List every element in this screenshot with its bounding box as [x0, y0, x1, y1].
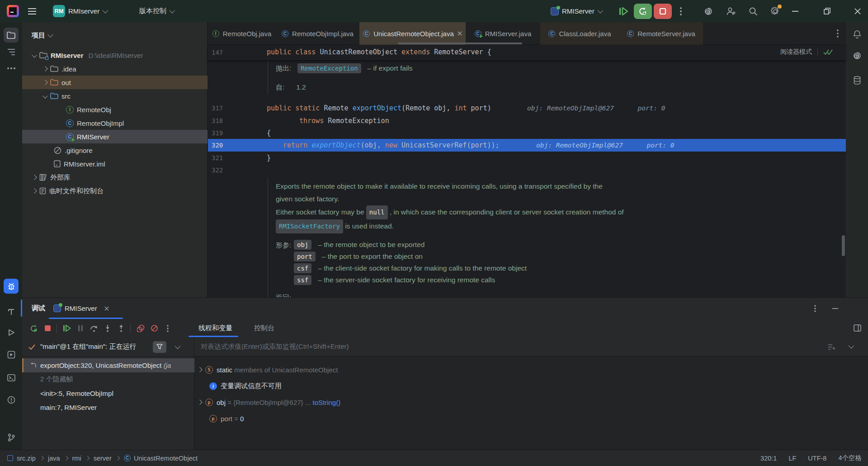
code-line-318[interactable]: 318 throws RemoteException	[208, 114, 846, 127]
hide-panel-button[interactable]	[832, 298, 838, 319]
todo-tool-button[interactable]	[4, 304, 19, 319]
step-over-button[interactable]	[88, 322, 100, 335]
tree-item-gitignore[interactable]: .gitignore	[22, 143, 208, 157]
database-tool-button[interactable]	[849, 73, 864, 88]
debug-session-tab[interactable]: RMIServer	[53, 298, 109, 319]
line-number[interactable]: 318	[212, 117, 239, 124]
caret-position-widget[interactable]: 320:1	[760, 455, 777, 462]
line-number[interactable]: 321	[212, 154, 239, 162]
code-line-321[interactable]: 321 }	[208, 152, 846, 164]
code-line-320-execution-point[interactable]: 320 return exportObject(obj, new Unicast…	[208, 139, 846, 152]
search-everywhere-button[interactable]	[749, 0, 758, 22]
resume-program-button[interactable]	[618, 0, 628, 22]
ai-assistant-tool-button[interactable]	[849, 48, 864, 63]
debug-panel-options-button[interactable]	[814, 298, 816, 319]
structure-tool-button[interactable]	[4, 44, 19, 59]
frame-row-init[interactable]: <init>:5, RemoteObjImpl	[22, 386, 194, 400]
variable-row-port[interactable]: p port = 0	[194, 411, 244, 426]
project-widget[interactable]: RM RMIserver	[53, 0, 107, 22]
tree-item-out[interactable]: out	[22, 76, 208, 89]
code-line-317[interactable]: 317 public static Remote exportObject(Re…	[208, 102, 846, 114]
view-breakpoints-button[interactable]	[134, 322, 147, 335]
tab-remoteobjimpl[interactable]: C RemoteObjImpl.java	[276, 22, 359, 45]
inspections-ok-icon[interactable]	[823, 49, 833, 55]
terminal-tool-button[interactable]	[4, 370, 19, 385]
line-number[interactable]: 317	[212, 105, 239, 112]
code-line-322[interactable]: 322	[208, 164, 846, 176]
tab-console[interactable]: 控制台	[254, 324, 274, 333]
line-separator-widget[interactable]: LF	[788, 455, 796, 462]
mute-breakpoints-button[interactable]	[148, 322, 160, 335]
indent-widget[interactable]: 4个空格	[838, 454, 862, 462]
frame-row-current[interactable]: exportObject:320, UnicastRemoteObject (j…	[22, 358, 194, 372]
line-number[interactable]: 320	[212, 142, 239, 149]
stop-debug-button[interactable]	[41, 322, 54, 335]
tab-remoteobj[interactable]: I RemoteObj.java	[208, 22, 276, 45]
project-tool-button[interactable]	[4, 28, 19, 43]
git-tool-button[interactable]	[4, 430, 19, 445]
rerun-button[interactable]	[28, 322, 40, 335]
services-tool-button[interactable]	[4, 347, 19, 362]
layout-settings-button[interactable]	[854, 324, 861, 332]
ai-assistant-button[interactable]	[703, 0, 713, 22]
tab-rmiserver[interactable]: C RMIServer.java	[466, 22, 540, 45]
variable-row-info[interactable]: i 变量调试信息不可用	[194, 379, 282, 393]
problems-tool-button[interactable]	[4, 392, 19, 407]
main-menu-button[interactable]	[28, 0, 37, 22]
editor-options-button[interactable]	[837, 29, 839, 38]
resume-program-button[interactable]	[61, 322, 73, 335]
more-tool-windows-button[interactable]	[4, 61, 19, 76]
more-run-actions-button[interactable]	[680, 0, 682, 22]
frame-row-hidden[interactable]: 2 个隐藏帧	[22, 372, 194, 386]
line-number[interactable]: 322	[212, 166, 239, 174]
tab-threads-variables[interactable]: 线程和变量	[198, 324, 232, 333]
stop-button[interactable]	[654, 0, 672, 22]
tab-classloader[interactable]: C ClassLoader.java	[540, 22, 619, 45]
rerun-debug-button[interactable]	[634, 0, 652, 22]
reader-mode-widget[interactable]: 阅读器模式	[780, 48, 833, 56]
code-with-me-button[interactable]	[726, 0, 736, 22]
more-debug-actions-button[interactable]	[161, 322, 174, 335]
tab-scrollbar[interactable]	[398, 43, 522, 44]
filter-frames-button[interactable]	[153, 341, 166, 353]
close-session-icon[interactable]	[104, 306, 109, 311]
breadcrumb-java[interactable]: java	[48, 455, 60, 462]
doc-type-chip[interactable]: RemoteException	[297, 63, 361, 73]
close-window-button[interactable]	[847, 0, 868, 22]
breadcrumb-src-zip[interactable]: src.zip	[17, 455, 36, 462]
variable-row-obj[interactable]: p obj = {RemoteObjImpl@627} ... toString…	[194, 395, 340, 409]
run-tool-button[interactable]	[4, 325, 19, 340]
debug-panel-title[interactable]: 调试	[32, 298, 45, 319]
code-line-319[interactable]: 319 {	[208, 127, 846, 139]
evaluate-expression-field[interactable]: 对表达式求值(Enter)或添加监视(Ctrl+Shift+Enter)	[194, 338, 868, 357]
close-tab-icon[interactable]	[458, 31, 462, 36]
encoding-widget[interactable]: UTF-8	[808, 455, 826, 462]
variable-row-static[interactable]: S static members of UnicastRemoteObject	[194, 362, 338, 377]
settings-button[interactable]	[770, 0, 780, 22]
tree-item-idea[interactable]: .idea	[22, 62, 208, 76]
breadcrumb-rmi[interactable]: rmi	[72, 455, 81, 462]
minimize-window-button[interactable]	[785, 0, 806, 22]
tree-item-scratches[interactable]: 临时文件和控制台	[22, 184, 208, 198]
project-panel-header[interactable]: 项目	[22, 29, 208, 42]
chevron-down-icon[interactable]	[849, 343, 854, 349]
chevron-down-icon[interactable]	[175, 343, 181, 349]
notifications-button[interactable]	[849, 27, 864, 42]
step-out-button[interactable]	[115, 322, 127, 335]
tree-item-src[interactable]: src	[22, 89, 208, 103]
tab-unicastremoteobject[interactable]: C UnicastRemoteObject.java	[359, 22, 466, 45]
step-into-button[interactable]	[101, 322, 114, 335]
vcs-widget[interactable]: 版本控制	[139, 0, 174, 22]
tree-item-rmiserver[interactable]: C RMIServer	[22, 130, 208, 143]
editor-body[interactable]: 抛出: RemoteException – if export fails 自:…	[208, 61, 846, 297]
run-configuration-widget[interactable]: RMIServer	[551, 0, 602, 22]
debug-tool-button[interactable]	[4, 279, 19, 294]
thread-selector-row[interactable]: "main"@1 在组"main": 正在运行	[22, 338, 194, 357]
line-number[interactable]: 319	[212, 129, 239, 137]
tab-remoteserver[interactable]: C RemoteServer.java	[619, 22, 703, 45]
editor-scrollbar-thumb[interactable]	[842, 235, 845, 256]
tree-item-iml[interactable]: RMIserver.iml	[22, 157, 208, 171]
tree-item-project-root[interactable]: RMIserver D:\idea\RMIserver	[22, 48, 208, 62]
add-watch-button[interactable]	[828, 343, 835, 350]
tree-item-remoteobjimpl[interactable]: C RemoteObjImpl	[22, 116, 208, 130]
